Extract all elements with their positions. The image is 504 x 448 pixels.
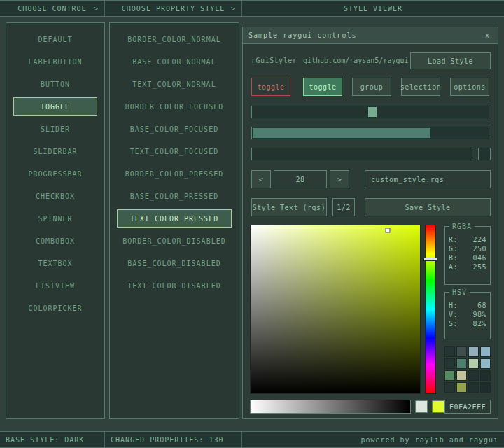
toggle-group-option-group[interactable]: group — [352, 78, 391, 96]
style-swatch[interactable] — [480, 370, 491, 381]
control-item-checkbox[interactable]: CHECKBOX — [13, 187, 97, 205]
menu-section-choose-control[interactable]: CHOOSE CONTROL > — [0, 1, 105, 16]
slider-bar[interactable] — [251, 148, 472, 160]
powered-by-label: powered by raylib and raygui — [360, 436, 498, 444]
repo-link-label[interactable]: github.com/raysan5/raygui — [303, 52, 409, 69]
toggle-pressed-preview-button[interactable]: toggle — [251, 78, 290, 96]
hue-handle[interactable] — [424, 258, 438, 261]
property-item-border_color_focused[interactable]: BORDER_COLOR_FOCUSED — [117, 97, 232, 115]
rgba-row: R:224 — [445, 235, 490, 244]
hsv-label: H: — [449, 302, 458, 309]
control-item-progressbar[interactable]: PROGRESSBAR — [13, 164, 97, 183]
style-viewer-label: STYLE VIEWER — [344, 5, 402, 13]
property-item-base_color_focused[interactable]: BASE_COLOR_FOCUSED — [117, 120, 232, 138]
menu-bar: CHOOSE CONTROL > CHOOSE PROPERTY STYLE >… — [0, 0, 504, 17]
status-powered-by: powered by raylib and raygui — [242, 432, 504, 447]
toggle-group-option-toggle[interactable]: toggle — [303, 78, 342, 96]
hex-value-textbox[interactable]: E0FA2EFF — [444, 400, 491, 414]
style-swatch[interactable] — [456, 382, 467, 393]
shade-box[interactable] — [415, 400, 428, 413]
style-swatch[interactable] — [468, 382, 479, 393]
page-indicator[interactable]: 1/2 — [332, 198, 355, 216]
style-swatch[interactable] — [456, 346, 467, 357]
style-swatch[interactable] — [456, 358, 467, 369]
slider[interactable] — [251, 106, 489, 118]
property-item-border_color_disabled[interactable]: BORDER_COLOR_DISABLED — [117, 232, 232, 250]
control-item-spinner[interactable]: SPINNER — [13, 209, 97, 227]
spinner-increment-button[interactable]: > — [330, 170, 349, 188]
rgba-row: G:250 — [445, 244, 490, 253]
style-swatch[interactable] — [468, 346, 479, 357]
toggle-group: togglegroupselectionoptions — [303, 78, 489, 96]
style-text-button[interactable]: Style Text (rgs) — [251, 198, 327, 216]
control-item-default[interactable]: DEFAULT — [13, 30, 97, 48]
hsv-label: V: — [449, 311, 458, 318]
checkbox[interactable] — [478, 148, 491, 160]
style-swatch[interactable] — [444, 358, 455, 369]
control-item-labelbutton[interactable]: LABELBUTTON — [13, 52, 97, 71]
spinner-decrement-button[interactable]: < — [251, 170, 271, 188]
property-item-base_color_pressed[interactable]: BASE_COLOR_PRESSED — [117, 187, 232, 205]
style-viewer-window: Sample raygui controls x rGuiStyler gith… — [242, 27, 498, 419]
hsv-title: HSV — [449, 288, 470, 296]
property-item-border_color_normal[interactable]: BORDER_COLOR_NORMAL — [117, 30, 232, 48]
style-swatch[interactable] — [444, 346, 455, 357]
rgba-value: 224 — [472, 236, 486, 244]
property-item-text_color_disabled[interactable]: TEXT_COLOR_DISABLED — [117, 276, 232, 295]
property-item-border_color_pressed[interactable]: BORDER_COLOR_PRESSED — [117, 164, 232, 183]
filename-textbox[interactable]: custom_style.rgs — [365, 170, 491, 188]
toggle-group-option-selection[interactable]: selection — [401, 78, 440, 96]
property-item-base_color_normal[interactable]: BASE_COLOR_NORMAL — [117, 52, 232, 71]
hsv-value: 68 — [477, 302, 486, 309]
window-titlebar[interactable]: Sample raygui controls x — [243, 27, 498, 44]
rgba-value: 255 — [472, 263, 486, 271]
rgba-label: A: — [449, 263, 458, 271]
control-item-combobox[interactable]: COMBOBOX — [13, 232, 97, 250]
rgba-row: B:046 — [445, 253, 490, 262]
menu-section-choose-property-style[interactable]: CHOOSE PROPERTY STYLE > — [105, 1, 242, 16]
style-swatch[interactable] — [468, 370, 479, 381]
style-swatch[interactable] — [480, 382, 491, 393]
window-title: Sample raygui controls — [248, 31, 356, 39]
control-item-textbox[interactable]: TEXTBOX — [13, 254, 97, 272]
control-item-toggle[interactable]: TOGGLE — [13, 97, 97, 115]
property-item-text_color_pressed[interactable]: TEXT_COLOR_PRESSED — [117, 209, 232, 227]
toggle-group-option-options[interactable]: options — [450, 78, 489, 96]
style-swatch[interactable] — [456, 370, 467, 381]
status-bar: BASE STYLE: DARK CHANGED PROPERTIES: 130… — [0, 431, 504, 448]
app-name-label: rGuiStyler — [251, 52, 297, 69]
style-swatch[interactable] — [480, 346, 491, 357]
color-panel[interactable] — [250, 225, 421, 394]
value-gradient-bar[interactable] — [250, 400, 411, 414]
load-style-button[interactable]: Load Style — [410, 52, 491, 69]
progress-bar — [251, 127, 489, 139]
property-item-text_color_normal[interactable]: TEXT_COLOR_NORMAL — [117, 75, 232, 93]
hsv-value: 98% — [472, 311, 486, 318]
control-item-button[interactable]: BUTTON — [13, 75, 97, 93]
controls-list: DEFAULTLABELBUTTONBUTTONTOGGLESLIDERSLID… — [6, 22, 105, 419]
style-swatch[interactable] — [444, 382, 455, 393]
save-style-button[interactable]: Save Style — [365, 198, 491, 216]
picker-cursor[interactable] — [386, 228, 391, 233]
control-item-colorpicker[interactable]: COLORPICKER — [13, 299, 97, 317]
control-item-sliderbar[interactable]: SLIDERBAR — [13, 142, 97, 160]
control-item-slider[interactable]: SLIDER — [13, 120, 97, 138]
slider-handle[interactable] — [368, 107, 377, 117]
style-swatch[interactable] — [444, 370, 455, 381]
properties-list: BORDER_COLOR_NORMALBASE_COLOR_NORMALTEXT… — [109, 22, 239, 419]
rgba-label: G: — [449, 245, 458, 253]
style-swatch[interactable] — [480, 358, 491, 369]
choose-control-label: CHOOSE CONTROL — [18, 5, 86, 13]
rgba-value: 046 — [472, 254, 486, 262]
property-item-base_color_disabled[interactable]: BASE_COLOR_DISABLED — [117, 254, 232, 272]
style-swatch[interactable] — [468, 358, 479, 369]
spinner-value[interactable]: 28 — [274, 170, 327, 188]
property-item-text_color_focused[interactable]: TEXT_COLOR_FOCUSED — [117, 142, 232, 160]
hsv-group: HSV H:68V:98%S:82% — [444, 292, 491, 340]
control-item-listview[interactable]: LISTVIEW — [13, 276, 97, 295]
close-icon[interactable]: x — [483, 31, 492, 39]
hsv-row: H:68 — [445, 301, 490, 310]
changed-properties-label: CHANGED PROPERTIES: 130 — [111, 436, 223, 444]
hue-bar[interactable] — [425, 225, 436, 394]
menu-section-style-viewer[interactable]: STYLE VIEWER — [242, 1, 504, 16]
